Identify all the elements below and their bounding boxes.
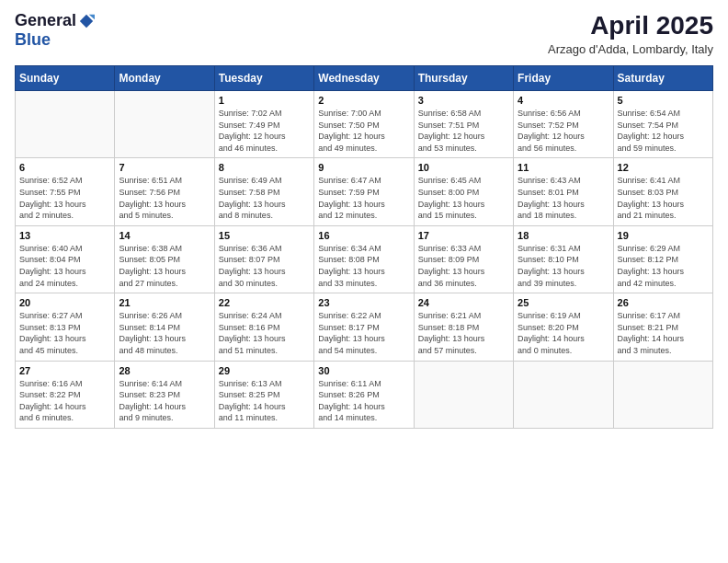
calendar-header-saturday: Saturday bbox=[613, 66, 712, 91]
day-number: 28 bbox=[119, 365, 210, 376]
day-number: 9 bbox=[318, 162, 409, 173]
calendar-cell: 20Sunrise: 6:27 AM Sunset: 8:13 PM Dayli… bbox=[16, 293, 115, 361]
calendar-header-friday: Friday bbox=[514, 66, 613, 91]
calendar-cell: 24Sunrise: 6:21 AM Sunset: 8:18 PM Dayli… bbox=[414, 293, 513, 361]
calendar-cell: 21Sunrise: 6:26 AM Sunset: 8:14 PM Dayli… bbox=[115, 293, 214, 361]
calendar-cell: 23Sunrise: 6:22 AM Sunset: 8:17 PM Dayli… bbox=[314, 293, 414, 361]
calendar-cell bbox=[514, 361, 613, 428]
logo-blue-text: Blue bbox=[15, 30, 51, 50]
day-info: Sunrise: 6:33 AM Sunset: 8:09 PM Dayligh… bbox=[418, 243, 509, 289]
calendar-cell: 2Sunrise: 7:00 AM Sunset: 7:50 PM Daylig… bbox=[314, 91, 414, 158]
calendar-cell: 5Sunrise: 6:54 AM Sunset: 7:54 PM Daylig… bbox=[613, 91, 712, 158]
calendar-cell: 18Sunrise: 6:31 AM Sunset: 8:10 PM Dayli… bbox=[514, 225, 613, 293]
calendar-cell: 10Sunrise: 6:45 AM Sunset: 8:00 PM Dayli… bbox=[414, 158, 513, 225]
calendar-cell: 3Sunrise: 6:58 AM Sunset: 7:51 PM Daylig… bbox=[414, 91, 513, 158]
day-info: Sunrise: 6:29 AM Sunset: 8:12 PM Dayligh… bbox=[618, 243, 709, 289]
day-info: Sunrise: 6:58 AM Sunset: 7:51 PM Dayligh… bbox=[418, 108, 509, 154]
day-number: 2 bbox=[318, 95, 409, 106]
day-number: 21 bbox=[119, 297, 210, 308]
calendar-cell: 28Sunrise: 6:14 AM Sunset: 8:23 PM Dayli… bbox=[115, 361, 214, 428]
day-info: Sunrise: 6:27 AM Sunset: 8:13 PM Dayligh… bbox=[19, 310, 110, 356]
calendar-cell: 27Sunrise: 6:16 AM Sunset: 8:22 PM Dayli… bbox=[16, 361, 115, 428]
day-info: Sunrise: 6:14 AM Sunset: 8:23 PM Dayligh… bbox=[119, 378, 210, 424]
day-info: Sunrise: 7:02 AM Sunset: 7:49 PM Dayligh… bbox=[219, 108, 310, 154]
day-info: Sunrise: 6:21 AM Sunset: 8:18 PM Dayligh… bbox=[418, 310, 509, 356]
subtitle: Arzago d'Adda, Lombardy, Italy bbox=[548, 42, 713, 56]
calendar-cell bbox=[613, 361, 712, 428]
calendar-cell: 22Sunrise: 6:24 AM Sunset: 8:16 PM Dayli… bbox=[214, 293, 313, 361]
day-number: 6 bbox=[19, 162, 110, 173]
day-info: Sunrise: 6:52 AM Sunset: 7:55 PM Dayligh… bbox=[19, 175, 110, 221]
page: General Blue April 2025 Arzago d'Adda, L… bbox=[0, 0, 728, 563]
day-number: 1 bbox=[219, 95, 310, 106]
day-number: 15 bbox=[219, 230, 310, 241]
calendar-cell: 8Sunrise: 6:49 AM Sunset: 7:58 PM Daylig… bbox=[214, 158, 313, 225]
day-number: 27 bbox=[19, 365, 110, 376]
calendar-cell: 7Sunrise: 6:51 AM Sunset: 7:56 PM Daylig… bbox=[115, 158, 214, 225]
calendar-week-row: 27Sunrise: 6:16 AM Sunset: 8:22 PM Dayli… bbox=[16, 361, 713, 428]
day-info: Sunrise: 6:40 AM Sunset: 8:04 PM Dayligh… bbox=[19, 243, 110, 289]
day-number: 11 bbox=[518, 162, 609, 173]
day-info: Sunrise: 6:43 AM Sunset: 8:01 PM Dayligh… bbox=[518, 175, 609, 221]
day-number: 12 bbox=[618, 162, 709, 173]
calendar-week-row: 6Sunrise: 6:52 AM Sunset: 7:55 PM Daylig… bbox=[16, 158, 713, 225]
calendar-cell: 6Sunrise: 6:52 AM Sunset: 7:55 PM Daylig… bbox=[16, 158, 115, 225]
main-title: April 2025 bbox=[548, 11, 713, 40]
day-number: 29 bbox=[219, 365, 310, 376]
logo-general: General bbox=[15, 11, 76, 30]
day-info: Sunrise: 6:36 AM Sunset: 8:07 PM Dayligh… bbox=[219, 243, 310, 289]
calendar-header-thursday: Thursday bbox=[414, 66, 513, 91]
calendar-cell: 13Sunrise: 6:40 AM Sunset: 8:04 PM Dayli… bbox=[16, 225, 115, 293]
calendar-cell: 15Sunrise: 6:36 AM Sunset: 8:07 PM Dayli… bbox=[214, 225, 313, 293]
calendar-cell: 4Sunrise: 6:56 AM Sunset: 7:52 PM Daylig… bbox=[514, 91, 613, 158]
day-number: 16 bbox=[318, 230, 409, 241]
day-number: 19 bbox=[618, 230, 709, 241]
day-number: 17 bbox=[418, 230, 509, 241]
day-info: Sunrise: 6:49 AM Sunset: 7:58 PM Dayligh… bbox=[219, 175, 310, 221]
day-number: 7 bbox=[119, 162, 210, 173]
day-info: Sunrise: 6:51 AM Sunset: 7:56 PM Dayligh… bbox=[119, 175, 210, 221]
calendar-week-row: 1Sunrise: 7:02 AM Sunset: 7:49 PM Daylig… bbox=[16, 91, 713, 158]
day-info: Sunrise: 6:13 AM Sunset: 8:25 PM Dayligh… bbox=[219, 378, 310, 424]
day-info: Sunrise: 6:11 AM Sunset: 8:26 PM Dayligh… bbox=[318, 378, 409, 424]
day-info: Sunrise: 6:22 AM Sunset: 8:17 PM Dayligh… bbox=[318, 310, 409, 356]
logo-blue: Blue bbox=[15, 30, 51, 49]
calendar-cell: 25Sunrise: 6:19 AM Sunset: 8:20 PM Dayli… bbox=[514, 293, 613, 361]
calendar-cell: 14Sunrise: 6:38 AM Sunset: 8:05 PM Dayli… bbox=[115, 225, 214, 293]
calendar-header-sunday: Sunday bbox=[16, 66, 115, 91]
calendar-cell: 17Sunrise: 6:33 AM Sunset: 8:09 PM Dayli… bbox=[414, 225, 513, 293]
calendar-week-row: 13Sunrise: 6:40 AM Sunset: 8:04 PM Dayli… bbox=[16, 225, 713, 293]
day-info: Sunrise: 6:16 AM Sunset: 8:22 PM Dayligh… bbox=[19, 378, 110, 424]
day-info: Sunrise: 6:41 AM Sunset: 8:03 PM Dayligh… bbox=[618, 175, 709, 221]
day-number: 24 bbox=[418, 297, 509, 308]
day-number: 22 bbox=[219, 297, 310, 308]
day-number: 30 bbox=[318, 365, 409, 376]
day-info: Sunrise: 6:17 AM Sunset: 8:21 PM Dayligh… bbox=[618, 310, 709, 356]
header: General Blue April 2025 Arzago d'Adda, L… bbox=[15, 11, 713, 56]
day-info: Sunrise: 6:56 AM Sunset: 7:52 PM Dayligh… bbox=[518, 108, 609, 154]
calendar-header-row: SundayMondayTuesdayWednesdayThursdayFrid… bbox=[16, 66, 713, 91]
day-number: 14 bbox=[119, 230, 210, 241]
calendar-cell bbox=[115, 91, 214, 158]
calendar-cell: 29Sunrise: 6:13 AM Sunset: 8:25 PM Dayli… bbox=[214, 361, 313, 428]
calendar-cell: 30Sunrise: 6:11 AM Sunset: 8:26 PM Dayli… bbox=[314, 361, 414, 428]
logo-icon bbox=[78, 13, 95, 29]
calendar-cell: 26Sunrise: 6:17 AM Sunset: 8:21 PM Dayli… bbox=[613, 293, 712, 361]
calendar-cell bbox=[414, 361, 513, 428]
day-number: 20 bbox=[19, 297, 110, 308]
calendar-cell: 1Sunrise: 7:02 AM Sunset: 7:49 PM Daylig… bbox=[214, 91, 313, 158]
calendar-cell: 12Sunrise: 6:41 AM Sunset: 8:03 PM Dayli… bbox=[613, 158, 712, 225]
day-number: 3 bbox=[418, 95, 509, 106]
day-info: Sunrise: 6:45 AM Sunset: 8:00 PM Dayligh… bbox=[418, 175, 509, 221]
day-number: 18 bbox=[518, 230, 609, 241]
calendar-cell: 19Sunrise: 6:29 AM Sunset: 8:12 PM Dayli… bbox=[613, 225, 712, 293]
calendar-cell: 11Sunrise: 6:43 AM Sunset: 8:01 PM Dayli… bbox=[514, 158, 613, 225]
day-info: Sunrise: 6:19 AM Sunset: 8:20 PM Dayligh… bbox=[518, 310, 609, 356]
day-number: 26 bbox=[618, 297, 709, 308]
calendar-header-monday: Monday bbox=[115, 66, 214, 91]
calendar: SundayMondayTuesdayWednesdayThursdayFrid… bbox=[15, 65, 713, 429]
day-number: 23 bbox=[318, 297, 409, 308]
calendar-cell bbox=[16, 91, 115, 158]
day-number: 5 bbox=[618, 95, 709, 106]
day-info: Sunrise: 6:38 AM Sunset: 8:05 PM Dayligh… bbox=[119, 243, 210, 289]
